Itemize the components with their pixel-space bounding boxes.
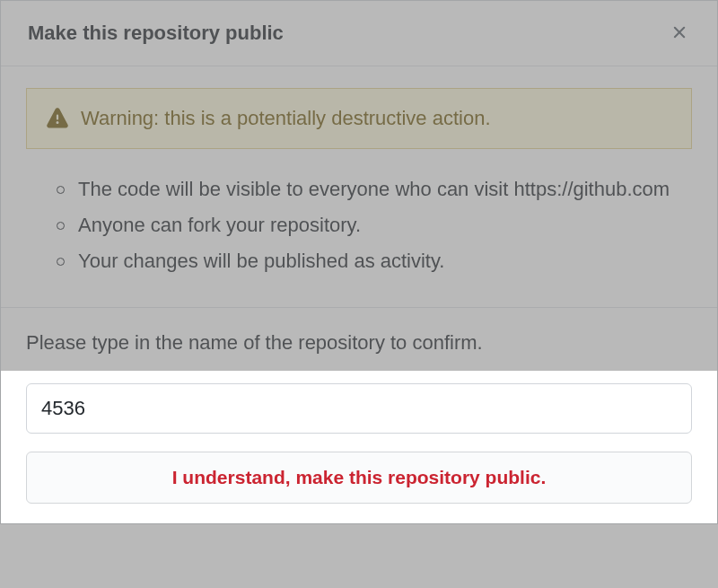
close-button[interactable]: [667, 21, 692, 46]
warning-icon: [47, 108, 68, 129]
confirm-section: Please type in the name of the repositor…: [1, 308, 717, 523]
dialog-header: Make this repository public: [1, 1, 717, 66]
close-icon: [670, 22, 689, 45]
repository-name-input[interactable]: [26, 383, 692, 434]
dialog-title: Make this repository public: [28, 22, 284, 45]
list-item: Anyone can fork your repository.: [57, 210, 681, 241]
highlighted-input-zone: I understand, make this repository publi…: [1, 371, 717, 523]
warning-text: Warning: this is a potentially destructi…: [81, 107, 491, 130]
make-public-dialog: Make this repository public Warning: thi…: [0, 0, 718, 524]
consequences-list: The code will be visible to everyone who…: [1, 149, 717, 308]
confirm-make-public-button[interactable]: I understand, make this repository publi…: [26, 452, 692, 504]
list-item: The code will be visible to everyone who…: [57, 174, 681, 205]
list-item: Your changes will be published as activi…: [57, 246, 681, 276]
warning-banner: Warning: this is a potentially destructi…: [26, 88, 692, 149]
confirm-prompt: Please type in the name of the repositor…: [26, 331, 692, 355]
